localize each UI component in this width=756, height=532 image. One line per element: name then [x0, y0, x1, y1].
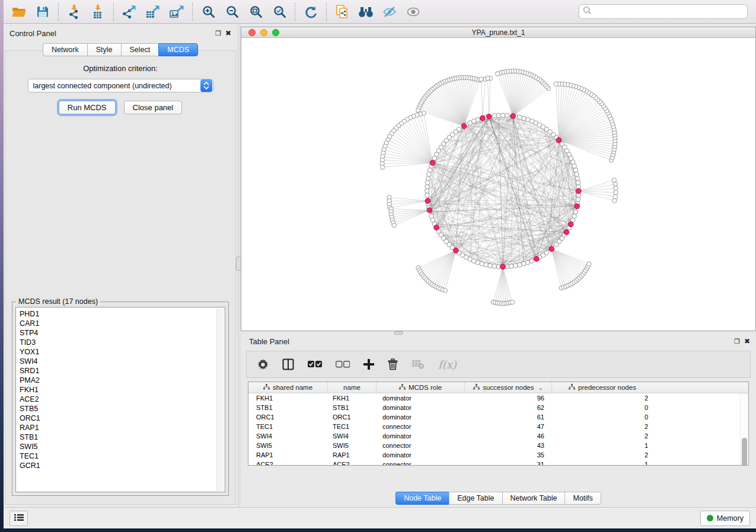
create-column-plus-icon[interactable]	[363, 359, 374, 370]
column-label: successor nodes	[483, 384, 534, 391]
shared-column-icon	[399, 384, 406, 391]
table-panel-title: Table Panel	[249, 337, 289, 346]
delete-column-trash-icon[interactable]	[388, 358, 398, 370]
import-table-icon[interactable]	[86, 2, 110, 22]
mcds-result-item[interactable]: STB1	[20, 432, 225, 442]
table-row[interactable]: FKH1FKH1dominator962	[248, 393, 740, 403]
memory-button[interactable]: Memory	[700, 511, 750, 526]
zoom-out-icon[interactable]	[220, 2, 244, 22]
mcds-result-item[interactable]: TID3	[20, 338, 225, 347]
table-panel: Table Panel ❐ ✖ f(x) shared namenameMCDS…	[241, 334, 756, 507]
tab-mcds[interactable]: MCDS	[158, 43, 198, 56]
column-header-shared-name[interactable]: shared name	[248, 382, 328, 393]
mcds-result-item[interactable]: ORC1	[20, 414, 225, 423]
table-cell: SWI5	[248, 441, 328, 450]
toolbar-separator	[113, 3, 114, 21]
mcds-result-item[interactable]: PHD1	[20, 309, 225, 319]
tab-motifs[interactable]: Motifs	[564, 492, 601, 505]
table-row[interactable]: ORC1ORC1dominator610	[248, 412, 740, 422]
function-builder-fx-icon: f(x)	[438, 358, 457, 371]
tab-network-table[interactable]: Network Table	[502, 492, 565, 505]
refresh-view-icon[interactable]	[299, 2, 323, 22]
import-network-icon[interactable]	[62, 2, 86, 22]
search-binoculars-icon[interactable]	[354, 2, 378, 22]
table-row[interactable]: ACE2ACE2connector311	[248, 460, 740, 465]
table-cell: 2	[552, 393, 653, 403]
tab-edge-table[interactable]: Edge Table	[449, 492, 502, 505]
table-row[interactable]: RAP1RAP1dominator352	[248, 450, 740, 460]
mcds-result-item[interactable]: TEC1	[20, 451, 225, 461]
export-network-icon[interactable]	[117, 2, 141, 22]
mcds-result-list[interactable]: PHD1CAR1STP4TID3YOX1SWI4SRD1PMA2FKH1ACE2…	[15, 307, 225, 492]
tab-network[interactable]: Network	[43, 43, 87, 56]
table-cell: ACE2	[248, 460, 328, 465]
mcds-result-item[interactable]: CAR1	[20, 319, 225, 328]
table-cell: 2	[552, 450, 653, 460]
toolbar-icon-group	[7, 2, 425, 22]
column-header-successor-nodes[interactable]: successor nodes⌄	[465, 382, 552, 393]
tab-select[interactable]: Select	[121, 43, 159, 56]
mcds-result-item[interactable]: GCR1	[20, 461, 225, 470]
duplicate-network-icon[interactable]	[330, 2, 354, 22]
deselect-all-checkboxes-icon[interactable]	[336, 361, 350, 368]
tab-style[interactable]: Style	[87, 43, 121, 56]
table-cell: 31	[465, 460, 552, 465]
mcds-result-item[interactable]: SWI4	[20, 357, 225, 366]
open-session-icon[interactable]	[7, 2, 31, 22]
table-cell: 0	[552, 403, 653, 412]
search-box[interactable]	[579, 4, 748, 19]
table-body[interactable]: FKH1FKH1dominator962STB1STB1dominator620…	[248, 393, 740, 465]
mcds-result-item[interactable]: YOX1	[20, 347, 225, 357]
save-session-icon[interactable]	[31, 2, 55, 22]
table-cell: dominator	[377, 450, 465, 460]
select-stepper-icon	[200, 79, 212, 92]
zoom-selected-icon[interactable]	[267, 2, 291, 22]
mcds-result-item[interactable]: STB5	[20, 404, 225, 414]
mcds-result-item[interactable]: SRD1	[20, 366, 225, 376]
shared-column-icon	[569, 384, 575, 391]
table-cell: 2	[552, 422, 653, 431]
show-all-icon[interactable]	[401, 2, 425, 22]
network-canvas[interactable]	[241, 38, 755, 331]
mcds-result-item[interactable]: RAP1	[20, 423, 225, 432]
horizontal-splitter-handle[interactable]	[394, 331, 403, 335]
table-row[interactable]: SWI5SWI5connector431	[248, 441, 740, 450]
optimization-criterion-label: Optimization criterion:	[5, 64, 235, 73]
zoom-in-icon[interactable]	[196, 2, 220, 22]
table-row[interactable]: TEC1TEC1connector472	[248, 422, 740, 431]
tab-node-table[interactable]: Node Table	[395, 492, 449, 505]
table-cell: 1	[552, 441, 653, 450]
export-image-icon[interactable]	[165, 2, 189, 22]
column-header-MCDS-role[interactable]: MCDS role	[377, 382, 465, 393]
table-cell: 46	[465, 431, 552, 441]
close-panel-button[interactable]: Close panel	[124, 101, 183, 114]
column-header-predecessor-nodes[interactable]: predecessor nodes	[552, 382, 653, 393]
table-row[interactable]: SWI4SWI4dominator462	[248, 431, 740, 441]
table-scrollbar-thumb[interactable]	[742, 438, 747, 466]
mcds-list-scrollbar[interactable]	[216, 308, 224, 491]
close-panel-icon[interactable]: ✖	[744, 338, 750, 345]
zoom-fit-icon[interactable]	[244, 2, 267, 22]
table-row[interactable]: STB1STB1dominator620	[248, 403, 740, 412]
search-input[interactable]	[592, 8, 744, 16]
panel-menu-button[interactable]	[9, 511, 28, 526]
hide-selected-icon[interactable]	[378, 2, 401, 22]
column-header-name[interactable]: name	[328, 382, 377, 393]
table-settings-gear-icon[interactable]	[257, 359, 269, 370]
mcds-result-item[interactable]: FKH1	[20, 385, 225, 395]
criterion-select[interactable]: largest connected component (undirected)	[28, 79, 213, 92]
mcds-result-item[interactable]: STP4	[20, 328, 225, 338]
select-all-checkboxes-icon[interactable]	[308, 361, 322, 368]
mcds-result-item[interactable]: SWI5	[20, 442, 225, 451]
export-table-icon[interactable]	[141, 2, 165, 22]
table-cell: dominator	[377, 403, 465, 412]
float-panel-icon[interactable]: ❐	[734, 338, 740, 345]
close-panel-icon[interactable]: ✖	[225, 30, 231, 37]
mcds-result-item[interactable]: ACE2	[20, 395, 225, 404]
float-panel-icon[interactable]: ❐	[215, 30, 221, 37]
mcds-result-item[interactable]: PMA2	[20, 376, 225, 385]
table-scrollbar[interactable]	[740, 394, 748, 464]
mcds-result-groupbox: MCDS result (17 nodes) PHD1CAR1STP4TID3Y…	[12, 302, 229, 496]
run-mcds-button[interactable]: Run MCDS	[59, 101, 116, 114]
toggle-columns-icon[interactable]	[282, 358, 294, 370]
